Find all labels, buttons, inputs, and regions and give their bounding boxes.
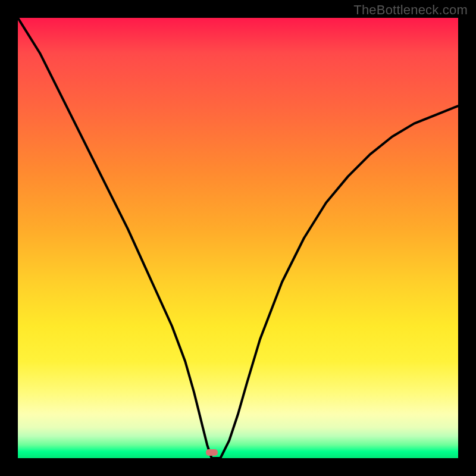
plot-gradient-area [18,18,458,458]
chart-frame: TheBottleneck.com [0,0,476,476]
watermark-text: TheBottleneck.com [353,2,468,18]
